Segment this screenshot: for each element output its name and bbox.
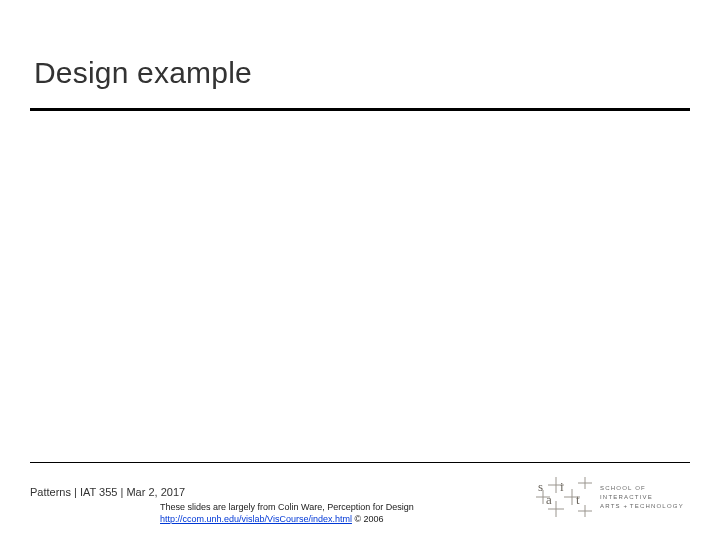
logo-line2a: ARTS [600,503,624,509]
credit-block: These slides are largely from Colin Ware… [160,502,414,525]
footer-line: Patterns | IAT 355 | Mar 2, 2017 [30,486,185,498]
credit-link[interactable]: http://ccom.unh.edu/vislab/VisCourse/ind… [160,514,352,524]
siat-logo-text: SCHOOL OF INTERACTIVE ARTS + TECHNOLOGY [600,484,690,511]
slide-title: Design example [34,56,252,90]
logo-line1: SCHOOL OF INTERACTIVE [600,485,653,500]
logo-line2b: TECHNOLOGY [627,503,684,509]
siat-logo: s i a t SCHOOL OF INTERACTIVE ARTS + TEC… [534,474,690,520]
svg-text:a: a [546,492,552,507]
slide: Design example Patterns | IAT 355 | Mar … [0,0,720,540]
divider-bottom [30,462,690,463]
credit-suffix: © 2006 [352,514,384,524]
svg-text:s: s [538,479,543,494]
divider-top [30,108,690,111]
siat-logo-mark: s i a t [534,477,594,517]
svg-text:i: i [560,479,564,494]
credit-text: These slides are largely from Colin Ware… [160,502,414,512]
svg-text:t: t [576,492,580,507]
